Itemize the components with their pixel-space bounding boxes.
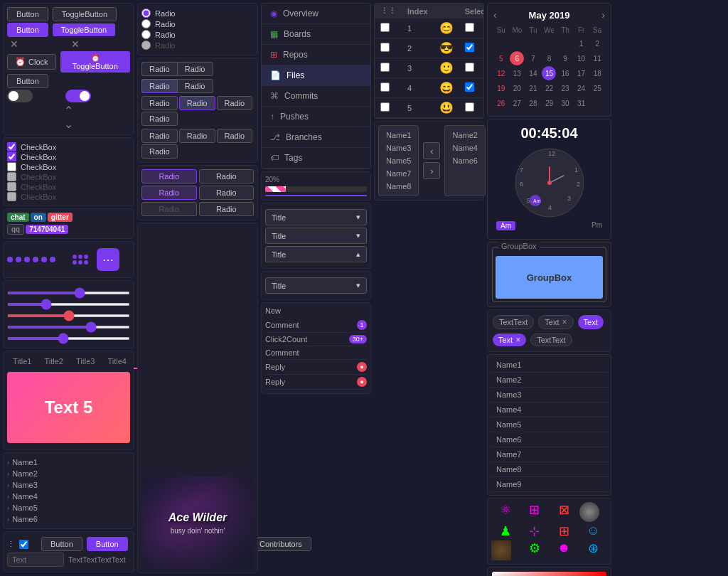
list-item-name1[interactable]: Name1 (491, 358, 608, 373)
row-3-selected[interactable] (465, 63, 474, 72)
radio-btn-2[interactable]: Radio (179, 96, 215, 110)
cal-day-16[interactable]: 16 (558, 66, 572, 80)
row-1-checkbox[interactable] (380, 23, 390, 32)
radio-btn-3[interactable]: Radio (217, 96, 253, 110)
cal-day-12[interactable]: 12 (494, 66, 508, 80)
row-1-selected[interactable] (465, 23, 474, 32)
nav-pushes[interactable]: ↑ Pushes (262, 107, 370, 127)
radio-btn-8[interactable]: Radio (141, 144, 178, 159)
toggle-button-default[interactable]: ToggleButton (53, 7, 117, 21)
transfer-left-btn[interactable]: ‹ (423, 142, 440, 159)
tag-close-icon-2[interactable]: × (515, 335, 520, 345)
nav-files[interactable]: 📄 Files (262, 65, 370, 86)
pm-label[interactable]: Pm (592, 221, 602, 230)
tab-title3[interactable]: Title3 (70, 355, 101, 369)
am-label[interactable]: Am (496, 221, 515, 230)
cal-day-31[interactable]: 31 (574, 96, 589, 110)
cal-day-20[interactable]: 20 (510, 81, 524, 95)
cal-day-22[interactable]: 22 (542, 81, 556, 95)
close-button-2[interactable]: ✕ (68, 38, 82, 50)
list-item-name3[interactable]: Name3 (491, 388, 608, 402)
checkbox-2[interactable] (7, 152, 16, 161)
transfer-item-name4[interactable]: Name4 (448, 142, 481, 154)
radio-btn-5[interactable]: Radio (141, 129, 178, 143)
row-2-checkbox[interactable] (380, 43, 390, 52)
radio-grid-item-2[interactable]: Radio (199, 169, 255, 183)
nav-repos[interactable]: ⊞ Repos (262, 45, 370, 65)
cal-day-19[interactable]: 19 (494, 81, 508, 95)
row-2-selected[interactable] (465, 43, 474, 52)
slider-4[interactable] (7, 326, 130, 329)
slider-5[interactable] (7, 337, 130, 340)
nav-tags[interactable]: 🏷 Tags (262, 148, 370, 169)
cal-day-7[interactable]: 7 (526, 51, 540, 65)
toggle-switch-off[interactable] (7, 90, 33, 102)
row-4-selected[interactable] (465, 82, 474, 92)
button-default[interactable]: Button (7, 7, 48, 21)
list-item-name4[interactable]: Name4 (491, 402, 608, 417)
transfer-item-name6[interactable]: Name6 (448, 154, 481, 167)
clock-button[interactable]: ⏰ Clock (7, 54, 56, 70)
radio-seg-btn-3[interactable]: Radio (141, 79, 177, 93)
toggle-clock-button[interactable]: ⏰ ToggleButton (60, 51, 130, 73)
tag-text-primary-closable[interactable]: Text × (493, 334, 526, 346)
radio-btn-7[interactable]: Radio (217, 129, 253, 143)
cal-day-21[interactable]: 21 (526, 81, 540, 95)
cal-day-10[interactable]: 10 (574, 51, 589, 65)
cal-day-24[interactable]: 24 (574, 81, 589, 95)
row-3-checkbox[interactable] (380, 63, 390, 72)
cal-next-btn[interactable]: › (601, 9, 605, 21)
slider-2[interactable] (7, 303, 130, 306)
radio-seg-btn-4[interactable]: Radio (177, 79, 213, 93)
radio-btn-4[interactable]: Radio (141, 112, 178, 126)
tree-item-2[interactable]: ›Name2 (7, 468, 130, 479)
tree-item-5[interactable]: ›Name5 (7, 502, 130, 513)
tab-title4[interactable]: Title4 (102, 355, 133, 369)
cal-day-15[interactable]: 15 (542, 66, 556, 80)
tag-texttext-2[interactable]: TextText (530, 334, 572, 346)
radio-grid-item-4[interactable]: Radio (199, 186, 255, 200)
toggle-switch-on[interactable] (65, 90, 91, 102)
list-item-name7[interactable]: Name7 (491, 447, 608, 462)
button-plain[interactable]: Button (7, 74, 48, 88)
cal-day-5[interactable]: 5 (494, 51, 508, 65)
toolbar-btn2[interactable]: Button (87, 537, 128, 551)
cal-day-29[interactable]: 29 (542, 96, 556, 110)
transfer-right-btn[interactable]: › (423, 162, 440, 179)
row-5-selected[interactable] (465, 102, 474, 112)
transfer-item-name7[interactable]: Name7 (382, 167, 415, 180)
toolbar-checkbox[interactable] (19, 540, 28, 549)
tree-item-1[interactable]: ›Name1 (7, 457, 130, 468)
nav-boards[interactable]: ▦ Boards (262, 24, 370, 45)
slider-1[interactable] (7, 292, 130, 294)
transfer-item-name5[interactable]: Name5 (382, 154, 415, 167)
nav-commits[interactable]: ⌘ Commits (262, 86, 370, 107)
cal-day-13[interactable]: 13 (510, 66, 524, 80)
select-1[interactable]: Title ▾ (265, 209, 367, 225)
nav-branches[interactable]: ⎇ Branches (262, 127, 370, 148)
tree-item-3[interactable]: ›Name3 (7, 479, 130, 491)
cal-day-27[interactable]: 27 (510, 96, 524, 110)
toolbar-text-input[interactable] (7, 553, 64, 567)
cal-day-30[interactable]: 30 (558, 96, 572, 110)
tab-title2[interactable]: Title2 (39, 355, 70, 369)
radio-btn-6[interactable]: Radio (179, 129, 215, 143)
button-primary[interactable]: Button (7, 23, 48, 37)
list-item-name2[interactable]: Name2 (491, 373, 608, 388)
cal-day-25[interactable]: 25 (590, 81, 604, 95)
cal-day-9[interactable]: 9 (558, 51, 572, 65)
radio-grid-item-6[interactable]: Radio (199, 202, 255, 216)
cal-day-18[interactable]: 18 (590, 66, 604, 80)
select-3[interactable]: Title ▴ (265, 246, 367, 262)
cal-day-8[interactable]: 8 (542, 51, 556, 65)
checkbox-3[interactable] (7, 162, 16, 171)
radio-1[interactable] (141, 9, 151, 18)
radio-btn-1[interactable]: Radio (141, 96, 178, 110)
cal-day-6[interactable]: 6 (510, 51, 524, 65)
tag-texttext-1[interactable]: TextText (493, 315, 534, 329)
list-item-name6[interactable]: Name6 (491, 432, 608, 447)
cal-day-11[interactable]: 11 (590, 51, 604, 65)
transfer-item-name2[interactable]: Name2 (448, 129, 481, 142)
toggle-button-primary[interactable]: ToggleButton (53, 23, 115, 36)
tab-title1[interactable]: Title1 (7, 355, 38, 369)
